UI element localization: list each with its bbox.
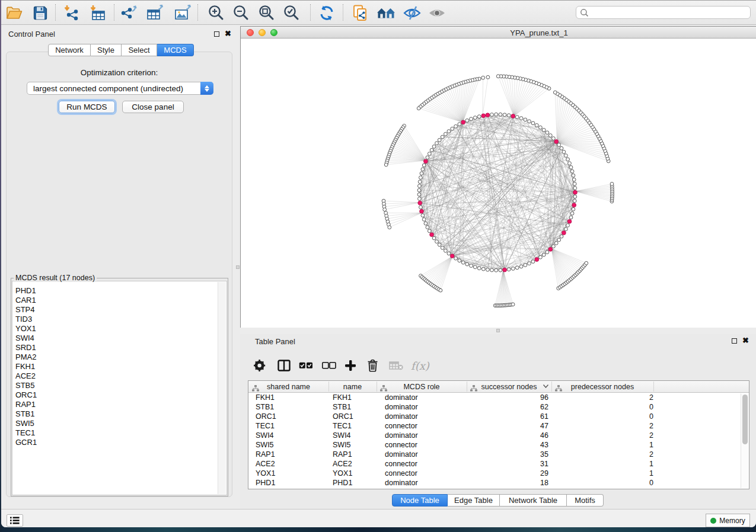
ring-node[interactable]	[570, 211, 574, 215]
dominator-node[interactable]	[430, 233, 434, 237]
ring-node[interactable]	[564, 154, 568, 158]
ring-node[interactable]	[438, 243, 441, 246]
ring-node[interactable]	[470, 264, 473, 268]
mcds-result-item[interactable]: STB1	[15, 409, 216, 419]
ring-node[interactable]	[444, 249, 448, 252]
horizontal-splitter-grip[interactable]	[496, 329, 500, 332]
ring-node[interactable]	[572, 174, 575, 177]
ring-node[interactable]	[542, 129, 546, 132]
ring-node[interactable]	[562, 150, 566, 154]
ring-node[interactable]	[573, 199, 576, 203]
ring-node[interactable]	[473, 116, 477, 120]
satellite-node[interactable]	[388, 226, 391, 229]
dominator-node[interactable]	[420, 209, 424, 213]
dominator-node[interactable]	[567, 219, 572, 223]
mcds-result-item[interactable]: SRD1	[15, 343, 216, 352]
ring-node[interactable]	[428, 229, 431, 233]
export-network-icon[interactable]	[119, 4, 138, 23]
mcds-result-item[interactable]: ACE2	[15, 371, 216, 381]
ring-node[interactable]	[418, 197, 422, 201]
tab-select[interactable]: Select	[122, 44, 157, 56]
dominator-node[interactable]	[418, 201, 422, 205]
run-mcds-button[interactable]: Run MCDS	[59, 101, 115, 113]
zoom-selected-icon[interactable]	[282, 4, 301, 23]
settings-icon[interactable]	[254, 360, 266, 371]
ring-node[interactable]	[490, 113, 494, 117]
mcds-result-item[interactable]: TID3	[15, 315, 216, 324]
satellite-node[interactable]	[439, 289, 442, 292]
column-header-predecessor-nodes[interactable]: predecessor nodes	[551, 381, 653, 392]
ring-node[interactable]	[451, 127, 454, 130]
satellite-node[interactable]	[383, 208, 387, 211]
tab-mcds[interactable]: MCDS	[157, 44, 194, 56]
table-row[interactable]: SWI5SWI5connector431	[248, 440, 749, 450]
dominator-node[interactable]	[424, 159, 428, 164]
criterion-dropdown[interactable]: largest connected component (undirected)	[27, 82, 213, 95]
deselect-all-icon[interactable]	[322, 362, 336, 369]
apply-layout-icon[interactable]	[317, 4, 336, 23]
ring-node[interactable]	[573, 187, 577, 190]
satellite-node[interactable]	[417, 107, 420, 110]
ring-node[interactable]	[428, 152, 431, 156]
ring-node[interactable]	[418, 180, 422, 184]
delete-table-icon[interactable]	[389, 361, 403, 370]
close-panel-icon[interactable]: ✖	[742, 338, 749, 344]
ring-node[interactable]	[422, 164, 426, 167]
zoom-out-icon[interactable]	[231, 4, 250, 23]
ring-node[interactable]	[495, 113, 498, 116]
ring-node[interactable]	[495, 268, 498, 272]
ring-node[interactable]	[465, 119, 469, 123]
ring-node[interactable]	[573, 195, 577, 198]
ring-node[interactable]	[568, 162, 572, 165]
table-scrollbar-thumb[interactable]	[742, 395, 748, 444]
mcds-result-item[interactable]: FKH1	[15, 362, 216, 371]
table-row[interactable]: TEC1TEC1connector472	[248, 421, 749, 431]
table-scrollbar[interactable]	[741, 393, 748, 488]
add-row-icon[interactable]	[344, 360, 356, 371]
dominator-node[interactable]	[562, 231, 566, 235]
ring-node[interactable]	[499, 113, 502, 116]
ring-node[interactable]	[432, 236, 436, 240]
satellite-node[interactable]	[384, 163, 388, 166]
ring-node[interactable]	[454, 124, 458, 128]
ring-node[interactable]	[539, 126, 543, 129]
ring-node[interactable]	[461, 261, 465, 264]
mcds-result-item[interactable]: STB5	[15, 381, 216, 390]
show-log-button[interactable]	[7, 514, 23, 527]
network-window-titlebar[interactable]: YPA_prune.txt_1	[241, 27, 756, 39]
dominator-node[interactable]	[450, 254, 454, 258]
ring-node[interactable]	[422, 218, 426, 222]
ring-node[interactable]	[519, 117, 523, 120]
ring-node[interactable]	[557, 143, 561, 147]
ring-node[interactable]	[441, 246, 444, 249]
table-row[interactable]: FKH1FKH1dominator962	[248, 393, 749, 402]
ring-node[interactable]	[458, 123, 461, 126]
dominator-node[interactable]	[503, 268, 507, 272]
ring-node[interactable]	[499, 268, 502, 272]
table-row[interactable]: SWI4SWI4dominator462	[248, 431, 749, 440]
table-row[interactable]: STB1STB1dominator620	[248, 402, 749, 412]
save-session-icon[interactable]	[31, 4, 50, 23]
ring-node[interactable]	[420, 172, 423, 175]
mcds-result-item[interactable]: RAP1	[15, 400, 216, 409]
ring-node[interactable]	[454, 257, 458, 260]
ring-node[interactable]	[441, 135, 444, 139]
export-image-icon[interactable]	[173, 4, 192, 23]
float-panel-icon[interactable]	[732, 338, 737, 344]
ring-node[interactable]	[566, 224, 570, 227]
ring-node[interactable]	[421, 168, 425, 171]
import-network-icon[interactable]	[62, 4, 81, 23]
ring-node[interactable]	[417, 193, 421, 196]
show-all-icon[interactable]	[428, 4, 446, 23]
ring-node[interactable]	[570, 169, 574, 173]
ring-node[interactable]	[465, 262, 469, 266]
mcds-result-item[interactable]: PHD1	[15, 286, 216, 296]
mcds-result-item[interactable]: ORC1	[15, 390, 216, 400]
mcds-result-item[interactable]: TEC1	[15, 428, 216, 438]
tab-edge-table[interactable]: Edge Table	[448, 494, 500, 507]
dominator-node[interactable]	[572, 203, 576, 207]
table-row[interactable]: YOX1YOX1connector291	[248, 469, 749, 478]
tab-network[interactable]: Network	[48, 44, 91, 56]
column-header-successor-nodes[interactable]: successor nodes	[467, 381, 551, 392]
column-header-MCDS-role[interactable]: MCDS role	[377, 381, 467, 392]
